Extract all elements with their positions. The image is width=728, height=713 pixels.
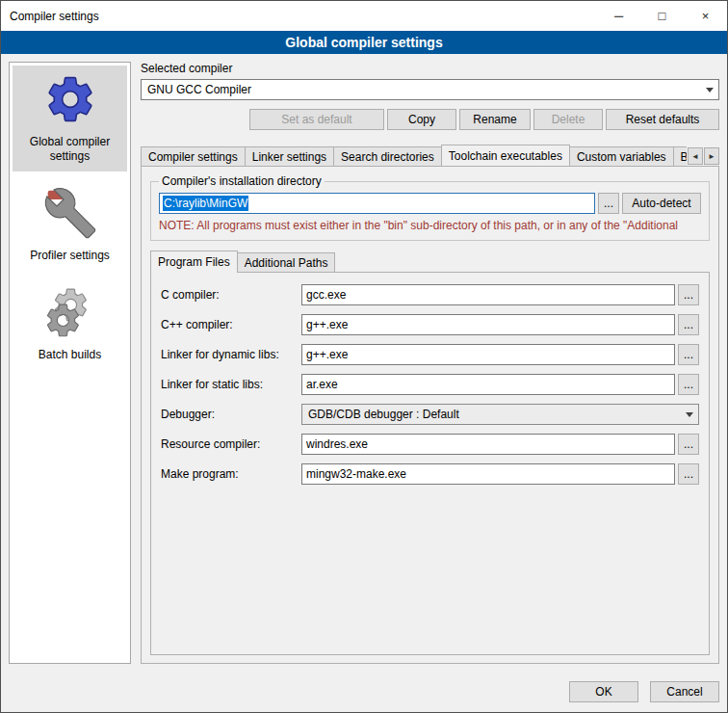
chevron-down-icon [701,80,718,99]
make-program-label: Make program: [161,467,301,481]
field-row-debugger: Debugger: GDB/CDB debugger : Default [161,404,699,425]
program-files-tabstrip: Program Files Additional Paths [150,250,710,272]
reset-defaults-button[interactable]: Reset defaults [606,109,719,130]
field-row-cpp-compiler: C++ compiler: ... [161,314,699,335]
page-title: Global compiler settings [1,31,727,54]
resource-compiler-label: Resource compiler: [161,437,301,451]
gear-gray-icon [43,285,97,339]
ok-button[interactable]: OK [569,681,638,702]
delete-button[interactable]: Delete [533,109,603,130]
resource-compiler-browse-button[interactable]: ... [678,434,699,455]
field-row-dynamic-linker: Linker for dynamic libs: ... [161,344,699,365]
debugger-select[interactable]: GDB/CDB debugger : Default [301,404,699,425]
field-row-static-linker: Linker for static libs: ... [161,374,699,395]
field-row-resource-compiler: Resource compiler: ... [161,434,699,455]
settings-tabstrip: Compiler settings Linker settings Search… [141,144,719,166]
sidebar-item-label: Batch builds [39,348,101,362]
compiler-actions: Set as default Copy Rename Delete Reset … [141,109,719,130]
tab-search-directories[interactable]: Search directories [333,146,442,166]
cpp-compiler-browse-button[interactable]: ... [678,314,699,335]
set-as-default-button[interactable]: Set as default [249,109,384,130]
copy-button[interactable]: Copy [387,109,456,130]
selected-compiler-label: Selected compiler [141,62,719,75]
program-files-page: C compiler: ... C++ compiler: ... [150,272,710,655]
tab-toolchain-executables[interactable]: Toolchain executables [441,145,570,166]
make-program-browse-button[interactable]: ... [678,463,699,485]
debugger-select-value: GDB/CDB debugger : Default [308,408,459,421]
c-compiler-input[interactable] [301,284,675,305]
sidebar-item-batch-builds[interactable]: Batch builds [13,278,127,370]
close-icon[interactable]: × [684,1,727,31]
tab-scroll-left-icon[interactable]: ◄ [688,147,703,165]
debugger-label: Debugger: [161,408,301,421]
field-row-make-program: Make program: ... [161,463,699,485]
make-program-input[interactable] [301,463,675,485]
resource-compiler-input[interactable] [301,434,675,455]
compiler-settings-dialog: Compiler settings ─ □ × Global compiler … [0,0,728,713]
maximize-icon[interactable]: □ [640,1,684,31]
field-row-c-compiler: C compiler: ... [161,284,699,305]
titlebar: Compiler settings ─ □ × [1,1,727,31]
tab-linker-settings[interactable]: Linker settings [245,146,334,166]
compiler-select-value: GNU GCC Compiler [147,83,251,96]
dynamic-linker-input[interactable] [301,344,675,365]
dynamic-linker-label: Linker for dynamic libs: [161,348,301,361]
main-panel: Selected compiler GNU GCC Compiler Set a… [141,62,719,664]
tab-program-files[interactable]: Program Files [150,251,238,273]
compiler-select[interactable]: GNU GCC Compiler [141,79,719,100]
chevron-down-icon [681,405,698,424]
tab-custom-variables[interactable]: Custom variables [569,146,674,166]
tab-compiler-settings[interactable]: Compiler settings [141,146,246,166]
browse-directory-button[interactable]: ... [598,193,619,214]
installation-directory-group-title: Compiler's installation directory [159,174,325,188]
installation-directory-row: C:\raylib\MinGW ... Auto-detect [159,193,701,214]
toolchain-executables-page: Compiler's installation directory C:\ray… [141,166,719,664]
sidebar-item-label: Global compiler settings [14,135,125,164]
static-linker-browse-button[interactable]: ... [678,374,699,395]
tab-scroll-buttons: ◄ ► [688,147,719,165]
dialog-body: Global compiler settings Profiler settin… [1,54,727,672]
sidebar-item-profiler-settings[interactable]: Profiler settings [13,179,127,271]
cancel-button[interactable]: Cancel [650,681,719,702]
gear-blue-icon [43,72,97,126]
tab-scroll-right-icon[interactable]: ► [704,147,719,165]
dynamic-linker-browse-button[interactable]: ... [678,344,699,365]
cpp-compiler-label: C++ compiler: [161,318,301,331]
tab-additional-paths[interactable]: Additional Paths [237,252,336,272]
rename-button[interactable]: Rename [459,109,531,130]
tab-build-options[interactable]: Build [673,146,687,166]
window-controls: ─ □ × [597,1,727,31]
c-compiler-browse-button[interactable]: ... [678,284,699,305]
window-title: Compiler settings [10,10,99,23]
cpp-compiler-input[interactable] [301,314,675,335]
dialog-footer: OK Cancel [1,672,727,712]
sidebar-item-label: Profiler settings [30,249,110,263]
auto-detect-button[interactable]: Auto-detect [622,193,701,214]
tabs-scroll-area: Compiler settings Linker settings Search… [141,145,687,166]
minimize-icon[interactable]: ─ [597,1,640,31]
installation-directory-input[interactable]: C:\raylib\MinGW [159,193,595,214]
static-linker-input[interactable] [301,374,675,395]
settings-sidebar: Global compiler settings Profiler settin… [9,62,131,664]
installation-directory-value: C:\raylib\MinGW [163,196,248,211]
installation-note: NOTE: All programs must exist either in … [159,219,701,232]
profiler-tool-icon [43,186,97,240]
sidebar-item-global-compiler-settings[interactable]: Global compiler settings [13,66,127,172]
installation-directory-group: Compiler's installation directory C:\ray… [150,174,710,241]
static-linker-label: Linker for static libs: [161,378,301,391]
c-compiler-label: C compiler: [161,288,301,302]
